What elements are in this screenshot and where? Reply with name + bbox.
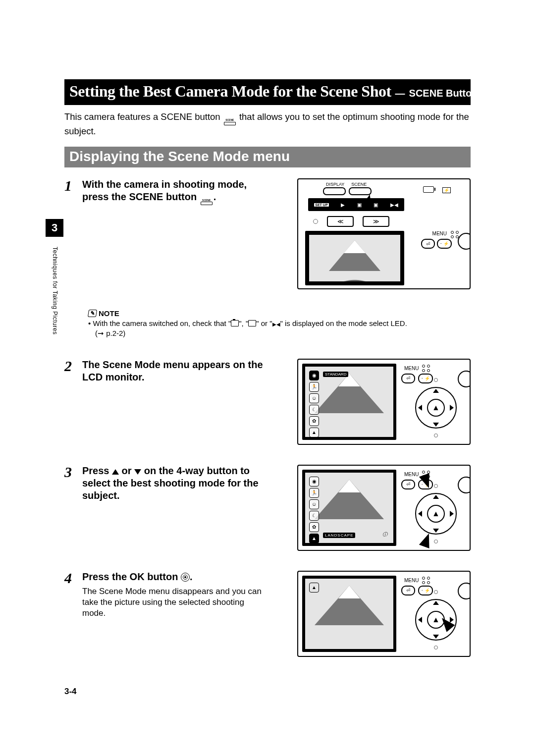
camera-illustration-3: ◉ 🏃 ☺ ☾ ✿ ▲ LANDSCAPE ⓘ MENU xyxy=(297,465,471,551)
camera-illustration-1: DISPLAY SCENE SET UP ▶ ▣ ▣ ▶◀ xyxy=(297,178,471,289)
menu-button-icon: ⏎ xyxy=(401,586,415,595)
landscape-label: LANDSCAPE xyxy=(323,533,355,538)
step-instruction: Press the OK button . xyxy=(82,571,266,583)
indicator-dot-icon xyxy=(434,540,438,543)
dpad-control: ▲ xyxy=(412,490,460,538)
dpad-up-icon xyxy=(433,495,439,499)
speaker-dots-icon xyxy=(451,231,459,238)
setup-label: SET UP xyxy=(314,203,328,207)
indicator-dot-icon xyxy=(313,219,318,224)
burst-icon: ▣ xyxy=(374,202,378,208)
display-button-icon xyxy=(323,187,346,195)
light-button-icon: ･ ⚡ xyxy=(437,239,452,249)
step-paragraph: The Scene Mode menu disappears and you c… xyxy=(82,586,266,619)
indicator-dot-icon xyxy=(434,378,438,382)
dpad-right-icon xyxy=(450,511,454,517)
scene-sport-icon: 🏃 xyxy=(309,382,319,392)
indicator-dot-icon xyxy=(434,590,438,594)
down-triangle-icon xyxy=(134,469,141,475)
chapter-tab: 3 xyxy=(46,219,63,237)
dpad-down-icon xyxy=(433,423,439,427)
speaker-dots-icon xyxy=(422,577,430,584)
scene-button-label: SCENE xyxy=(225,118,234,122)
lens-ring-icon xyxy=(458,233,471,250)
ok-button-icon xyxy=(181,573,190,582)
scene-button-icon: SCENE xyxy=(224,118,236,125)
scene-macro-icon: ✿ xyxy=(309,416,319,426)
menu-label: MENU xyxy=(404,472,419,477)
note-text: With the camera switched on, check that … xyxy=(93,319,231,327)
lcd-screen: ◉ 🏃 ☺ ☾ ✿ ▲ STANDARD xyxy=(302,364,396,440)
lcd-screen: ▲ xyxy=(302,576,396,652)
step-text: . xyxy=(214,191,216,202)
note-text: " or " xyxy=(256,319,272,327)
scene-night-icon: ☾ xyxy=(309,511,319,521)
scene-portrait-icon: ☺ xyxy=(309,499,319,509)
dpad-control: ▲ xyxy=(412,384,460,432)
step-number: 1 xyxy=(64,178,79,289)
scene-macro-icon: ✿ xyxy=(309,522,319,532)
movie-mode-icon: ▶◀ xyxy=(272,321,280,328)
cross-reference: (➞ p.2-2) xyxy=(95,329,125,337)
indicator-dot-icon xyxy=(434,484,438,488)
lcd-screen: ◉ 🏃 ☺ ☾ ✿ ▲ LANDSCAPE ⓘ xyxy=(302,470,396,546)
scene-button-label: SCENE xyxy=(484,95,495,98)
info-icon: ⓘ xyxy=(382,531,387,538)
page-title-sub: SCENE Button xyxy=(409,88,478,99)
menu-button-icon: ⏎ xyxy=(401,374,415,383)
left-arrow-button-icon: ≪ xyxy=(327,216,354,227)
note-text: ", " xyxy=(239,319,248,327)
dpad-left-icon xyxy=(418,511,422,517)
scene-landscape-icon: ▲ xyxy=(309,534,319,543)
scene-label: SCENE xyxy=(351,182,367,187)
step-number: 4 xyxy=(64,571,79,657)
menu-label: MENU xyxy=(404,578,419,583)
light-button-icon: ･ ⚡ xyxy=(418,586,433,595)
step-1: 1 With the camera in shooting mode, pres… xyxy=(64,178,471,289)
ok-button-icon: ▲ xyxy=(427,505,445,523)
dpad-control: ▲ xyxy=(412,596,460,644)
scene-landscape-icon: ▲ xyxy=(309,428,319,437)
step-text: or xyxy=(119,465,134,476)
step-2: 2 The Scene Mode menu appears on the LCD… xyxy=(64,359,471,445)
step-instruction: With the camera in shooting mode, press … xyxy=(82,178,266,205)
scene-sport-icon: 🏃 xyxy=(309,488,319,498)
dpad-left-icon xyxy=(418,617,422,623)
step-text: . xyxy=(190,571,193,582)
speaker-dots-icon xyxy=(422,365,430,372)
menu-label: MENU xyxy=(404,366,419,371)
note-icon: ✎ xyxy=(88,310,97,317)
dpad-left-icon xyxy=(418,405,422,411)
step-body: With the camera in shooting mode, press … xyxy=(79,178,292,289)
page-title-main: Setting the Best Camera Mode for the Sce… xyxy=(69,82,391,101)
indicator-dot-icon xyxy=(434,646,438,649)
scene-button-icon: SCENE xyxy=(201,199,213,205)
indicator-dot-icon xyxy=(434,433,438,437)
light-button-icon: ･ ⚡ xyxy=(418,374,433,383)
scene-mode-list: ◉ 🏃 ☺ ☾ ✿ ▲ xyxy=(309,371,321,437)
dpad-down-icon xyxy=(433,635,439,639)
page-number: 3-4 xyxy=(64,687,77,697)
lcd-screen xyxy=(305,231,404,285)
scene-night-icon: ☾ xyxy=(309,405,319,415)
manual-page: 3 Techniques for Taking Pictures Setting… xyxy=(0,0,535,756)
section-heading: Displaying the Scene Mode menu xyxy=(64,147,471,167)
intro-text-a: This camera features a SCENE button xyxy=(64,111,223,122)
step-3: 3 Press or on the 4-way button to select… xyxy=(64,465,471,551)
scene-standard-icon: ◉ xyxy=(309,371,319,380)
note-block: ✎ NOTE • With the camera switched on, ch… xyxy=(88,309,471,339)
menu-button-icon: ⏎ xyxy=(421,239,435,249)
standard-label: STANDARD xyxy=(323,372,348,377)
camera-mode-icon xyxy=(231,320,239,326)
note-text: " is displayed on the mode select LED. xyxy=(280,319,407,327)
note-label: NOTE xyxy=(99,309,119,318)
chapter-side-text: Techniques for Taking Pictures xyxy=(52,247,58,335)
step-4: 4 Press the OK button . The Scene Mode m… xyxy=(64,571,471,657)
up-triangle-icon xyxy=(112,469,119,475)
ok-button-icon: ▲ xyxy=(427,399,445,417)
burst-mode-icon xyxy=(248,320,256,326)
dpad-up-icon xyxy=(433,601,439,605)
movie-icon: ▶◀ xyxy=(390,202,398,208)
step-number: 2 xyxy=(64,359,79,445)
step-instruction: Press or on the 4-way button to select t… xyxy=(82,465,266,502)
